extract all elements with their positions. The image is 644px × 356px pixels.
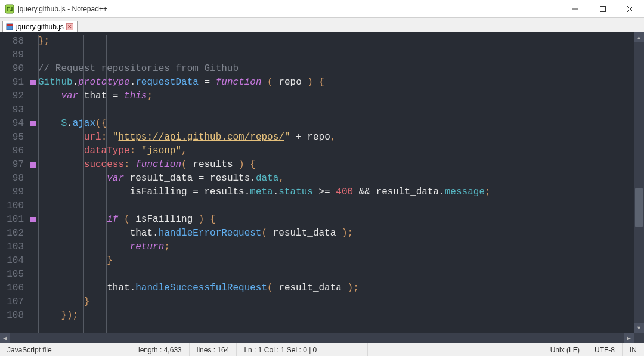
app-icon <box>5 4 14 14</box>
line-number: 100 <box>2 199 24 213</box>
code-line[interactable]: Github.prototype.requestData = function … <box>38 76 634 89</box>
scroll-track[interactable] <box>634 42 644 323</box>
code-line[interactable]: isFailling = results.meta.status >= 400 … <box>38 185 634 199</box>
tab-bar: jquery.github.js ✕ <box>0 18 644 32</box>
line-number: 108 <box>2 309 24 323</box>
code-line[interactable]: } <box>38 295 634 309</box>
code-line[interactable]: }); <box>38 309 634 323</box>
scroll-track-h[interactable] <box>10 333 624 343</box>
code-line[interactable]: url: "https://api.github.com/repos/" + r… <box>38 131 634 144</box>
line-number: 102 <box>2 227 24 240</box>
scroll-down-icon[interactable]: ▼ <box>634 323 644 333</box>
tab-close-icon[interactable]: ✕ <box>66 23 73 30</box>
code-line[interactable]: if ( isFailling ) { <box>38 213 634 227</box>
horizontal-scrollbar[interactable]: ◀ ▶ <box>0 333 634 343</box>
scroll-thumb[interactable] <box>635 188 643 227</box>
status-eol: Unix (LF) <box>543 343 587 356</box>
svg-rect-0 <box>5 5 14 13</box>
status-bar: JavaScript file length : 4,633 lines : 1… <box>0 343 644 356</box>
code-area[interactable]: };// Request repositories from GithubGit… <box>37 32 634 333</box>
file-icon <box>5 23 14 31</box>
minimize-button[interactable] <box>562 0 589 17</box>
fold-toggle-icon[interactable] <box>30 217 36 222</box>
window-titlebar: jquery.github.js - Notepad++ <box>0 0 644 18</box>
line-number: 92 <box>2 89 24 103</box>
fold-toggle-icon[interactable] <box>30 121 36 126</box>
status-lines: lines : 164 <box>190 343 237 356</box>
line-number: 101 <box>2 213 24 227</box>
code-line[interactable]: that.handleErrorRequest( result_data ); <box>38 227 634 240</box>
editor: 8889909192939495969798991001011021031041… <box>0 32 644 333</box>
code-line[interactable]: var that = this; <box>38 89 634 103</box>
line-number: 94 <box>2 117 24 131</box>
scroll-right-icon[interactable]: ▶ <box>624 333 634 343</box>
code-line[interactable]: return; <box>38 240 634 254</box>
window-controls <box>562 0 644 17</box>
status-length: length : 4,633 <box>131 343 190 356</box>
code-line[interactable]: success: function( results ) { <box>38 158 634 172</box>
code-line[interactable]: }; <box>38 35 634 48</box>
file-tab[interactable]: jquery.github.js ✕ <box>2 21 78 32</box>
line-number: 91 <box>2 76 24 89</box>
scroll-corner <box>634 333 644 343</box>
fold-toggle-icon[interactable] <box>30 162 36 168</box>
status-encoding: UTF-8 <box>587 343 623 356</box>
code-line[interactable]: } <box>38 254 634 268</box>
code-line[interactable] <box>38 48 634 62</box>
line-number: 103 <box>2 240 24 254</box>
line-number: 95 <box>2 131 24 144</box>
code-line[interactable]: var result_data = results.data, <box>38 172 634 185</box>
svg-rect-6 <box>7 24 13 26</box>
line-number: 89 <box>2 48 24 62</box>
line-number: 96 <box>2 144 24 158</box>
status-language: JavaScript file <box>0 343 131 356</box>
code-line[interactable] <box>38 103 634 117</box>
code-line[interactable]: dataType: "jsonp", <box>38 144 634 158</box>
line-number: 104 <box>2 254 24 268</box>
code-line[interactable] <box>38 199 634 213</box>
line-number: 88 <box>2 35 24 48</box>
code-line[interactable]: that.handleSuccessfulRequest( result_dat… <box>38 281 634 295</box>
fold-toggle-icon[interactable] <box>30 80 36 85</box>
line-number: 105 <box>2 268 24 281</box>
fold-strip[interactable] <box>29 32 37 333</box>
line-number: 107 <box>2 295 24 309</box>
line-number: 99 <box>2 185 24 199</box>
window-title: jquery.github.js - Notepad++ <box>18 5 562 13</box>
line-number: 97 <box>2 158 24 172</box>
line-number: 106 <box>2 281 24 295</box>
status-position: Ln : 1 Col : 1 Sel : 0 | 0 <box>237 343 368 356</box>
svg-rect-2 <box>600 6 606 11</box>
scroll-up-icon[interactable]: ▲ <box>634 32 644 42</box>
code-line[interactable]: $.ajax({ <box>38 117 634 131</box>
line-number: 98 <box>2 172 24 185</box>
scroll-left-icon[interactable]: ◀ <box>0 333 10 343</box>
vertical-scrollbar[interactable]: ▲ ▼ <box>634 32 644 333</box>
line-number: 93 <box>2 103 24 117</box>
close-button[interactable] <box>617 0 644 17</box>
file-tab-label: jquery.github.js <box>16 23 64 31</box>
code-line[interactable] <box>38 268 634 281</box>
status-insert-mode: IN <box>623 343 644 356</box>
maximize-button[interactable] <box>589 0 617 17</box>
line-number-gutter: 8889909192939495969798991001011021031041… <box>0 32 29 333</box>
code-line[interactable]: // Request repositories from Github <box>38 62 634 76</box>
line-number: 90 <box>2 62 24 76</box>
